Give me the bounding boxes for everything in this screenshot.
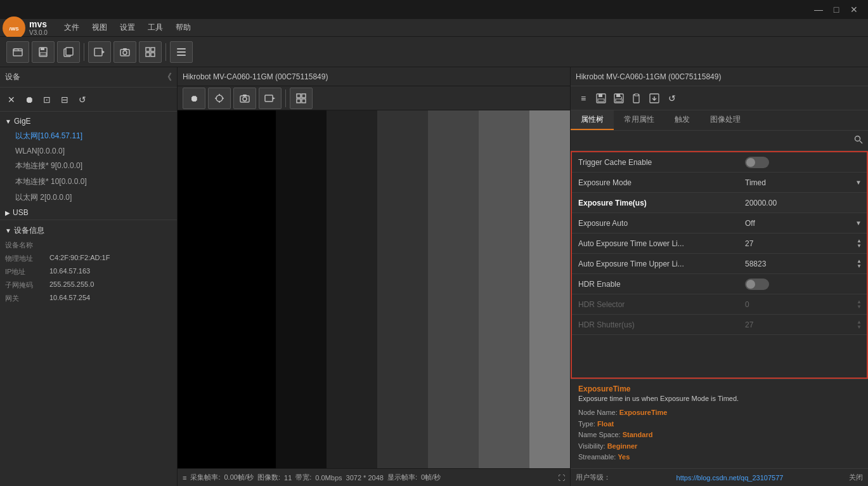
props-refresh-btn[interactable]: ↺ bbox=[663, 90, 681, 107]
info-type-value: Float bbox=[597, 420, 614, 428]
toolbar-record[interactable] bbox=[88, 41, 111, 63]
bandwidth-label: 带宽: bbox=[295, 473, 311, 482]
info-streamable-label: Streamable: bbox=[578, 453, 616, 461]
info-namespace-label: Name Space: bbox=[578, 431, 621, 438]
device-panel-title: 设备 bbox=[5, 72, 20, 82]
exposure-auto-text: Off bbox=[745, 219, 853, 228]
props-save-btn[interactable] bbox=[592, 90, 610, 107]
status-bar: ≡ 采集帧率: 0.00帧/秒 图像数: 11 带宽: 0.0Mbps 3072… bbox=[178, 468, 570, 486]
maximize-button[interactable]: □ bbox=[827, 3, 845, 16]
view-video-btn[interactable] bbox=[259, 88, 282, 109]
svg-point-54 bbox=[855, 136, 860, 141]
info-node-name-row: Node Name: ExposureTime bbox=[578, 407, 860, 419]
view-focus-btn[interactable] bbox=[208, 88, 231, 109]
ip-row: IP地址 10.64.57.163 bbox=[0, 265, 177, 279]
fullscreen-icon[interactable]: ⛶ bbox=[558, 474, 565, 482]
image-value: 11 bbox=[284, 474, 292, 482]
prop-value-auto-upper[interactable]: 58823 ▲ ▼ bbox=[740, 256, 867, 272]
logo-text: mvs bbox=[29, 19, 48, 30]
prop-value-hdr-enable[interactable] bbox=[740, 276, 867, 292]
tree-item-local9[interactable]: 本地连接* 9[0.0.0.0] bbox=[0, 158, 177, 174]
prop-value-exposure-mode[interactable]: Timed ▼ bbox=[740, 176, 867, 190]
toolbar-camera[interactable] bbox=[113, 41, 136, 63]
view-toolbar: ⏺ bbox=[178, 86, 570, 110]
prop-label-hdr-selector: HDR Selector bbox=[572, 296, 740, 313]
props-clipboard-btn[interactable] bbox=[628, 90, 645, 107]
device-config-btn[interactable]: ⊡ bbox=[38, 91, 56, 108]
gige-arrow-icon: ▼ bbox=[5, 118, 11, 125]
menu-file[interactable]: 文件 bbox=[58, 20, 86, 36]
tree-item-ethernet2[interactable]: 以太网 2[0.0.0.0] bbox=[0, 190, 177, 206]
device-refresh-btn[interactable]: ↺ bbox=[74, 91, 91, 108]
device-config2-btn[interactable]: ⊟ bbox=[56, 91, 74, 108]
info-visibility-row: Visibility: Beginner bbox=[578, 441, 860, 452]
menu-help[interactable]: 帮助 bbox=[169, 20, 197, 36]
view-snapshot-btn[interactable] bbox=[233, 88, 256, 109]
ip-value: 10.64.57.163 bbox=[49, 267, 90, 277]
collapse-button[interactable]: 《 bbox=[163, 72, 172, 83]
toolbar-settings[interactable] bbox=[170, 41, 193, 63]
view-record-btn[interactable]: ⏺ bbox=[183, 88, 205, 109]
properties-table: Trigger Cache Enable Exposure Mode Timed… bbox=[571, 151, 868, 379]
props-export-btn[interactable] bbox=[645, 90, 663, 107]
prop-value-exposure-time[interactable]: 20000.00 bbox=[740, 196, 867, 210]
svg-rect-13 bbox=[146, 48, 150, 51]
menu-tools[interactable]: 工具 bbox=[141, 20, 169, 36]
view-grid-btn[interactable] bbox=[290, 88, 313, 109]
close-label[interactable]: 关闭 bbox=[849, 473, 863, 482]
menu-settings[interactable]: 设置 bbox=[113, 20, 141, 36]
usb-label: USB bbox=[13, 208, 29, 217]
gateway-row: 网关 10.64.57.254 bbox=[0, 292, 177, 305]
svg-rect-12 bbox=[123, 48, 127, 50]
auto-upper-spinner-down-icon[interactable]: ▼ bbox=[857, 264, 862, 269]
svg-rect-14 bbox=[151, 48, 155, 51]
tab-common-props[interactable]: 常用属性 bbox=[614, 110, 664, 130]
device-disconnect-btn[interactable]: ✕ bbox=[3, 91, 20, 108]
spinner-down-icon[interactable]: ▼ bbox=[857, 244, 862, 249]
svg-rect-52 bbox=[635, 94, 638, 96]
footer-bar: 用户等级： https://blog.csdn.net/qq_23107577 … bbox=[571, 468, 868, 486]
search-bar bbox=[571, 131, 868, 151]
tree-item-wlan[interactable]: WLAN[0.0.0.0] bbox=[0, 144, 177, 158]
hdr-enable-toggle[interactable] bbox=[745, 279, 769, 290]
prop-value-trigger-cache[interactable] bbox=[740, 154, 867, 171]
tree-group-gige[interactable]: ▼ GigE bbox=[0, 114, 177, 128]
props-save2-btn[interactable] bbox=[610, 90, 628, 107]
prop-row-trigger-cache: Trigger Cache Enable bbox=[572, 152, 867, 173]
auto-lower-spinner[interactable]: ▲ ▼ bbox=[857, 239, 862, 249]
toolbar-grid[interactable] bbox=[139, 41, 162, 63]
info-visibility-label: Visibility: bbox=[578, 442, 606, 450]
prop-value-exposure-auto[interactable]: Off ▼ bbox=[740, 216, 867, 230]
info-namespace-value: Standard bbox=[623, 431, 653, 438]
tab-image-processing[interactable]: 图像处理 bbox=[700, 110, 751, 130]
info-visibility-value: Beginner bbox=[607, 442, 638, 450]
trigger-cache-toggle[interactable] bbox=[745, 157, 769, 168]
tab-trigger[interactable]: 触发 bbox=[664, 110, 700, 130]
search-button[interactable] bbox=[854, 135, 863, 146]
exposure-auto-dropdown-icon: ▼ bbox=[855, 220, 862, 227]
props-list-btn[interactable]: ≡ bbox=[574, 90, 592, 107]
hdr-selector-text: 0 bbox=[745, 300, 854, 309]
auto-upper-spinner[interactable]: ▲ ▼ bbox=[857, 259, 862, 269]
tree-group-deviceinfo[interactable]: ▼ 设备信息 bbox=[0, 223, 177, 239]
toolbar-save[interactable] bbox=[32, 41, 55, 63]
menu-view[interactable]: 视图 bbox=[86, 20, 113, 36]
svg-marker-9 bbox=[102, 50, 105, 54]
minimize-button[interactable]: — bbox=[810, 3, 827, 16]
tree-group-usb[interactable]: ▶ USB bbox=[0, 206, 177, 220]
deviceinfo-arrow-icon: ▼ bbox=[5, 227, 11, 234]
subnet-label: 子网掩码 bbox=[5, 280, 49, 290]
close-button[interactable]: ✕ bbox=[845, 3, 863, 16]
prop-label-exposure-mode: Exposure Mode bbox=[572, 174, 740, 191]
device-start-btn[interactable]: ⏺ bbox=[20, 91, 38, 108]
tree-item-ethernet1[interactable]: 以太网[10.64.57.11] bbox=[0, 128, 177, 144]
prop-value-auto-lower[interactable]: 27 ▲ ▼ bbox=[740, 236, 867, 251]
tab-property-tree[interactable]: 属性树 bbox=[571, 110, 614, 130]
tree-item-local10[interactable]: 本地连接* 10[0.0.0.0] bbox=[0, 174, 177, 190]
toolbar-copy[interactable] bbox=[57, 41, 80, 63]
hdr-shutter-spinner: ▲ ▼ bbox=[857, 320, 862, 330]
exposure-time-text: 20000.00 bbox=[745, 199, 862, 207]
toolbar-open[interactable] bbox=[6, 41, 29, 63]
svg-point-26 bbox=[243, 97, 247, 101]
csdn-link[interactable]: https://blog.csdn.net/qq_23107577 bbox=[677, 474, 784, 482]
